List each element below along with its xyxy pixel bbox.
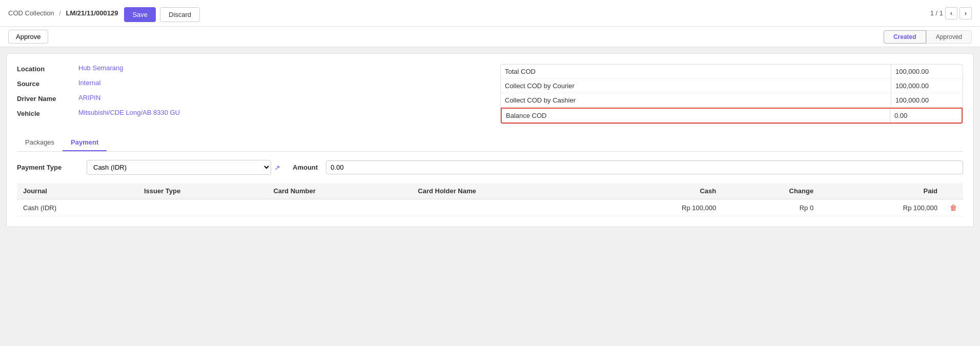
- cod-row-cashier: Collect COD by Cashier 100,000.00: [501, 93, 963, 108]
- th-paid: Paid: [820, 183, 944, 199]
- pagination-label: 1 / 1: [930, 9, 943, 17]
- cod-value-total: 100,000.00: [891, 65, 963, 78]
- cod-row-balance: Balance COD 0.00: [501, 108, 963, 124]
- action-bar: Approve Created Approved: [0, 27, 980, 47]
- payment-type-label: Payment Type: [17, 164, 78, 171]
- field-label-location: Location: [17, 64, 78, 73]
- top-bar-left: COD Collection / LM/21/11/000129 Save Di…: [8, 4, 200, 22]
- field-driver: Driver Name ARIPIN: [17, 94, 480, 103]
- cod-value-cashier: 100,000.00: [891, 93, 963, 107]
- delete-icon[interactable]: 🗑: [950, 203, 957, 212]
- approve-button[interactable]: Approve: [8, 30, 48, 44]
- toolbar-buttons: Save Discard: [124, 7, 200, 22]
- cod-row-courier: Collect COD by Courier 100,000.00: [501, 79, 963, 93]
- td-journal: Cash (IDR): [17, 199, 138, 216]
- external-link-icon[interactable]: ↗: [274, 164, 280, 172]
- td-delete[interactable]: 🗑: [944, 199, 963, 216]
- th-cash: Cash: [598, 183, 722, 199]
- save-button[interactable]: Save: [124, 7, 156, 22]
- status-step-approved[interactable]: Approved: [926, 30, 972, 44]
- field-label-vehicle: Vehicle: [17, 109, 78, 117]
- cod-label-courier: Collect COD by Courier: [501, 79, 891, 93]
- cod-summary: Total COD 100,000.00 Collect COD by Cour…: [500, 64, 963, 124]
- field-location: Location Hub Semarang: [17, 64, 480, 73]
- td-paid: Rp 100,000: [820, 199, 944, 216]
- payment-type-select[interactable]: Cash (IDR) Transfer (IDR) Card (IDR): [87, 160, 271, 175]
- field-label-driver: Driver Name: [17, 94, 78, 103]
- breadcrumb: COD Collection / LM/21/11/000129: [8, 9, 118, 17]
- form-section: Location Hub Semarang Source Internal Dr…: [17, 64, 963, 124]
- top-bar: COD Collection / LM/21/11/000129 Save Di…: [0, 0, 980, 27]
- field-label-source: Source: [17, 79, 78, 88]
- payment-row: Payment Type Cash (IDR) Transfer (IDR) C…: [17, 160, 963, 175]
- td-card-holder: [412, 199, 598, 216]
- amount-input[interactable]: [326, 160, 963, 174]
- breadcrumb-separator: /: [59, 9, 61, 17]
- breadcrumb-current: LM/21/11/000129: [66, 9, 118, 17]
- form-right: Total COD 100,000.00 Collect COD by Cour…: [500, 64, 963, 124]
- table-row: Cash (IDR) Rp 100,000 Rp 0 Rp 100,000 🗑: [17, 199, 963, 216]
- td-change: Rp 0: [722, 199, 820, 216]
- field-source: Source Internal: [17, 79, 480, 88]
- th-card-holder: Card Holder Name: [412, 183, 598, 199]
- th-issuer: Issuer Type: [138, 183, 268, 199]
- th-card-number: Card Number: [267, 183, 412, 199]
- th-journal: Journal: [17, 183, 138, 199]
- th-actions: [944, 183, 963, 199]
- field-value-driver[interactable]: ARIPIN: [78, 94, 100, 101]
- pagination: 1 / 1 ‹ ›: [930, 7, 972, 19]
- cod-label-balance: Balance COD: [502, 109, 890, 123]
- field-value-source[interactable]: Internal: [78, 79, 100, 87]
- cod-value-balance: 0.00: [890, 109, 962, 123]
- payment-section: Payment Type Cash (IDR) Transfer (IDR) C…: [17, 160, 963, 175]
- cod-row-total: Total COD 100,000.00: [501, 65, 963, 79]
- select-wrapper: Cash (IDR) Transfer (IDR) Card (IDR) ↗: [87, 160, 280, 175]
- td-issuer: [138, 199, 268, 216]
- tab-packages[interactable]: Packages: [17, 134, 63, 151]
- status-step-created[interactable]: Created: [884, 30, 926, 44]
- th-change: Change: [722, 183, 820, 199]
- main-content: Location Hub Semarang Source Internal Dr…: [6, 53, 974, 227]
- form-left: Location Hub Semarang Source Internal Dr…: [17, 64, 480, 124]
- tab-payment[interactable]: Payment: [63, 134, 107, 151]
- table-section: Journal Issuer Type Card Number Card Hol…: [17, 183, 963, 216]
- cod-label-total: Total COD: [501, 65, 891, 78]
- td-card-number: [267, 199, 412, 216]
- cod-label-cashier: Collect COD by Cashier: [501, 93, 891, 107]
- field-vehicle: Vehicle Mitsubishi/CDE Long/AB 8330 GU: [17, 109, 480, 117]
- next-button[interactable]: ›: [959, 7, 972, 19]
- status-steps: Created Approved: [884, 30, 972, 44]
- td-cash: Rp 100,000: [598, 199, 722, 216]
- cod-value-courier: 100,000.00: [891, 79, 963, 93]
- tabs: Packages Payment: [17, 134, 963, 152]
- amount-label: Amount: [293, 164, 318, 171]
- breadcrumb-parent[interactable]: COD Collection: [8, 9, 54, 17]
- discard-button[interactable]: Discard: [160, 7, 200, 22]
- prev-button[interactable]: ‹: [945, 7, 957, 19]
- field-value-vehicle[interactable]: Mitsubishi/CDE Long/AB 8330 GU: [78, 109, 180, 116]
- payment-table: Journal Issuer Type Card Number Card Hol…: [17, 183, 963, 216]
- field-value-location[interactable]: Hub Semarang: [78, 64, 123, 72]
